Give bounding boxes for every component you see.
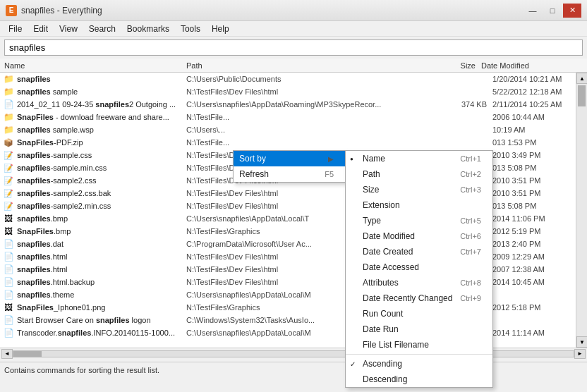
menu-search[interactable]: Search <box>83 23 121 35</box>
file-path: N:\TestFile... <box>186 138 450 147</box>
context-menu-refresh[interactable]: Refresh F5 <box>234 166 345 182</box>
sort-run-count-label: Run Count <box>363 309 403 319</box>
app-icon: E <box>6 5 17 16</box>
doc-icon <box>3 99 14 109</box>
scroll-right-button[interactable]: ► <box>574 349 586 359</box>
table-row[interactable]: snapfiles-sample2.css.bak N:\TestFiles\D… <box>0 187 587 200</box>
table-row[interactable]: snapfiles.dat C:\ProgramData\Microsoft\U… <box>0 238 587 250</box>
table-row[interactable]: SnapFiles.bmp N:\TestFiles\Graphics 2012… <box>0 225 587 238</box>
sort-date-accessed-label: Date Accessed <box>363 262 419 272</box>
sort-by-date-accessed[interactable]: Date Accessed <box>346 259 492 275</box>
menu-view[interactable]: View <box>54 23 83 35</box>
sort-by-date-modified[interactable]: Date Modified Ctrl+6 <box>346 228 492 244</box>
search-input[interactable] <box>4 39 583 56</box>
table-row[interactable]: snapfiles-sample2.min.css N:\TestFiles\D… <box>0 200 587 212</box>
scroll-track[interactable] <box>576 84 587 336</box>
sort-name-label: Name <box>363 154 385 164</box>
sort-date-created-shortcut: Ctrl+7 <box>460 247 481 256</box>
col-header-path[interactable]: Path <box>186 61 439 70</box>
scroll-up-button[interactable]: ▲ <box>576 73 587 84</box>
sort-type-shortcut: Ctrl+5 <box>460 216 481 225</box>
vertical-scrollbar[interactable]: ▲ ▼ <box>576 73 587 348</box>
table-row[interactable]: Transcoder.snapfiles.INFO.20140115-1000.… <box>0 326 587 339</box>
sort-date-modified-shortcut: Ctrl+6 <box>460 232 481 240</box>
sort-attributes-label: Attributes <box>363 278 399 288</box>
sort-by-file-list-filename[interactable]: File List Filename <box>346 337 492 353</box>
table-row[interactable]: 2014_02_11 09-24-35 snapfiles2 Outgoing … <box>0 98 587 111</box>
sort-submenu-container: Name Ctrl+1 Path Ctrl+2 Size Ctrl+3 Exte… <box>345 150 493 388</box>
table-row[interactable]: snapfiles sample N:\TestFiles\Dev Files\… <box>0 85 587 98</box>
context-menu-sort-by[interactable]: Sort by ▶ <box>234 151 345 166</box>
sort-ascending-label: Ascending <box>363 359 402 369</box>
col-header-name[interactable]: Name <box>3 61 186 70</box>
sort-path-shortcut: Ctrl+2 <box>460 170 481 178</box>
file-date: 2013 2:40 PM <box>492 240 584 248</box>
scroll-thumb[interactable] <box>578 85 586 106</box>
sort-by-date-recently-changed[interactable]: Date Recently Changed Ctrl+9 <box>346 290 492 306</box>
sort-date-created-label: Date Created <box>363 247 413 257</box>
file-path: C:\Users\Public\Documents <box>186 75 450 83</box>
minimize-button[interactable]: — <box>524 4 542 18</box>
file-date: 013 5:08 PM <box>492 164 584 172</box>
file-date: 10:19 AM <box>492 125 584 134</box>
sort-by-date-run[interactable]: Date Run <box>346 321 492 337</box>
file-size: 374 KB <box>450 100 492 109</box>
menu-help[interactable]: Help <box>206 23 235 35</box>
sort-by-extension[interactable]: Extension <box>346 197 492 213</box>
img-icon <box>3 302 14 312</box>
file-date: 013 5:08 PM <box>492 202 584 210</box>
file-list-wrapper: snapfiles C:\Users\Public\Documents 1/20… <box>0 73 587 348</box>
table-row[interactable]: SnapFiles_Iphone01.png N:\TestFiles\Grap… <box>0 301 587 314</box>
sort-size-label: Size <box>363 185 379 195</box>
table-row[interactable]: snapfiles.html N:\TestFiles\Dev Files\ht… <box>0 263 587 276</box>
file-name: Start Browser Care on snapfiles logon <box>17 316 186 324</box>
file-date: 2007 12:38 AM <box>492 265 584 274</box>
close-button[interactable]: ✕ <box>563 4 581 18</box>
sort-by-attributes[interactable]: Attributes Ctrl+8 <box>346 275 492 290</box>
table-row[interactable]: snapfiles.html.backup N:\TestFiles\Dev F… <box>0 276 587 288</box>
sort-by-date-created[interactable]: Date Created Ctrl+7 <box>346 244 492 259</box>
sort-by-run-count[interactable]: Run Count <box>346 306 492 321</box>
table-row[interactable]: SnapFiles-PDF.zip N:\TestFile... 013 1:5… <box>0 136 587 149</box>
sort-by-size[interactable]: Size Ctrl+3 <box>346 182 492 197</box>
table-row[interactable]: snapfiles.bmp C:\Users\snapfiles\AppData… <box>0 212 587 225</box>
scroll-thumb-h[interactable] <box>13 351 42 357</box>
title-bar-controls: — □ ✕ <box>524 4 581 18</box>
menu-bookmarks[interactable]: Bookmarks <box>121 23 175 35</box>
menu-file[interactable]: File <box>3 23 28 35</box>
col-header-size[interactable]: Size <box>439 61 481 70</box>
horizontal-scrollbar[interactable]: ◄ ► <box>0 348 587 359</box>
sort-ascending[interactable]: Ascending <box>346 356 492 372</box>
bmp-icon <box>3 214 14 223</box>
file-name: snapfiles-sample2.css.bak <box>17 189 186 197</box>
file-date: 2010 3:51 PM <box>492 189 584 197</box>
table-row[interactable]: snapfiles.html N:\TestFiles\Dev Files\ht… <box>0 250 587 263</box>
file-name: snapfiles.html.backup <box>17 278 186 286</box>
sort-descending[interactable]: Descending <box>346 372 492 387</box>
menu-edit[interactable]: Edit <box>28 23 54 35</box>
sort-by-path[interactable]: Path Ctrl+2 <box>346 166 492 182</box>
submenu-separator <box>346 354 492 355</box>
file-date: 2014 11:14 AM <box>492 329 584 337</box>
sort-submenu: Name Ctrl+1 Path Ctrl+2 Size Ctrl+3 Exte… <box>345 150 493 388</box>
col-header-date[interactable]: Date Modified <box>481 61 573 70</box>
table-row[interactable]: Start Browser Care on snapfiles logon C:… <box>0 314 587 326</box>
table-row[interactable]: snapfiles.theme C:\Users\snapfiles\AppDa… <box>0 288 587 301</box>
scroll-down-button[interactable]: ▼ <box>576 336 587 348</box>
file-date: 5/22/2012 12:18 AM <box>492 87 584 96</box>
file-name: snapfiles sample.wsp <box>17 125 186 134</box>
table-row[interactable]: SnapFiles - download freeware and share.… <box>0 111 587 123</box>
css-icon <box>3 188 14 198</box>
sort-by-type[interactable]: Type Ctrl+5 <box>346 213 492 228</box>
file-date: 2/11/2014 10:25 AM <box>492 100 584 109</box>
menu-tools[interactable]: Tools <box>175 23 206 35</box>
context-menu-container: Sort by ▶ Refresh F5 Name Ctrl+1 Path Ct… <box>233 150 346 183</box>
sort-by-name[interactable]: Name Ctrl+1 <box>346 151 492 166</box>
table-row[interactable]: snapfiles C:\Users\Public\Documents 1/20… <box>0 73 587 85</box>
file-date: 2012 5:19 PM <box>492 227 584 235</box>
maximize-button[interactable]: □ <box>543 4 562 18</box>
file-name: snapfiles.theme <box>17 290 186 299</box>
table-row[interactable]: snapfiles sample.wsp C:\Users\... 10:19 … <box>0 123 587 136</box>
title-bar-left: E snapfiles - Everything <box>6 5 102 16</box>
scroll-left-button[interactable]: ◄ <box>1 349 13 359</box>
